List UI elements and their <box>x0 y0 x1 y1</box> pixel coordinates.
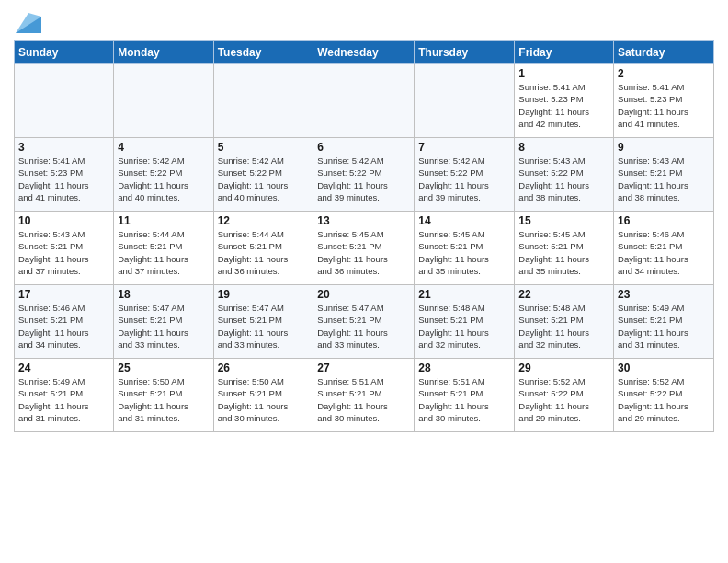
calendar-day-cell: 30Sunrise: 5:52 AM Sunset: 5:22 PM Dayli… <box>614 359 714 432</box>
day-number: 12 <box>218 214 310 227</box>
day-info: Sunrise: 5:47 AM Sunset: 5:21 PM Dayligh… <box>118 302 209 350</box>
day-info: Sunrise: 5:45 AM Sunset: 5:21 PM Dayligh… <box>418 228 510 277</box>
calendar-day-cell: 25Sunrise: 5:50 AM Sunset: 5:21 PM Dayli… <box>114 359 213 432</box>
day-number: 8 <box>518 141 609 154</box>
day-number: 16 <box>618 214 710 227</box>
calendar-day-cell: 5Sunrise: 5:42 AM Sunset: 5:22 PM Daylig… <box>213 138 313 212</box>
day-info: Sunrise: 5:42 AM Sunset: 5:22 PM Dayligh… <box>418 155 510 203</box>
day-number: 20 <box>317 288 410 301</box>
day-number: 24 <box>18 362 109 374</box>
day-of-week-header: Monday <box>114 41 213 64</box>
day-info: Sunrise: 5:47 AM Sunset: 5:21 PM Dayligh… <box>317 302 410 350</box>
day-info: Sunrise: 5:48 AM Sunset: 5:21 PM Dayligh… <box>518 302 609 350</box>
calendar-day-cell: 17Sunrise: 5:46 AM Sunset: 5:21 PM Dayli… <box>15 285 114 359</box>
day-info: Sunrise: 5:43 AM Sunset: 5:22 PM Dayligh… <box>518 155 609 203</box>
calendar-day-cell <box>15 64 114 138</box>
day-of-week-header: Thursday <box>415 41 515 64</box>
calendar-day-cell: 9Sunrise: 5:43 AM Sunset: 5:21 PM Daylig… <box>614 138 714 212</box>
calendar-day-cell: 29Sunrise: 5:52 AM Sunset: 5:22 PM Dayli… <box>515 359 614 432</box>
calendar-week-row: 3Sunrise: 5:41 AM Sunset: 5:23 PM Daylig… <box>15 138 714 212</box>
day-number: 6 <box>317 141 410 154</box>
day-number: 9 <box>618 141 710 154</box>
calendar-day-cell: 19Sunrise: 5:47 AM Sunset: 5:21 PM Dayli… <box>213 285 313 359</box>
day-number: 10 <box>18 214 109 227</box>
calendar-day-cell: 20Sunrise: 5:47 AM Sunset: 5:21 PM Dayli… <box>313 285 415 359</box>
day-number: 3 <box>18 141 109 154</box>
day-info: Sunrise: 5:43 AM Sunset: 5:21 PM Dayligh… <box>618 155 710 203</box>
day-info: Sunrise: 5:41 AM Sunset: 5:23 PM Dayligh… <box>618 81 710 130</box>
day-of-week-header: Friday <box>515 41 614 64</box>
day-number: 18 <box>118 288 209 301</box>
calendar-day-cell <box>313 64 415 138</box>
calendar-day-cell: 14Sunrise: 5:45 AM Sunset: 5:21 PM Dayli… <box>415 212 515 285</box>
day-info: Sunrise: 5:41 AM Sunset: 5:23 PM Dayligh… <box>518 81 609 130</box>
header <box>14 9 714 33</box>
day-number: 15 <box>518 214 609 227</box>
day-of-week-header: Sunday <box>15 41 114 64</box>
calendar-day-cell: 6Sunrise: 5:42 AM Sunset: 5:22 PM Daylig… <box>313 138 415 212</box>
day-number: 21 <box>418 288 510 301</box>
calendar-day-cell <box>415 64 515 138</box>
calendar-day-cell: 13Sunrise: 5:45 AM Sunset: 5:21 PM Dayli… <box>313 212 415 285</box>
calendar-day-cell: 4Sunrise: 5:42 AM Sunset: 5:22 PM Daylig… <box>114 138 213 212</box>
day-info: Sunrise: 5:49 AM Sunset: 5:21 PM Dayligh… <box>618 302 710 350</box>
day-info: Sunrise: 5:52 AM Sunset: 5:22 PM Dayligh… <box>518 375 609 424</box>
day-info: Sunrise: 5:44 AM Sunset: 5:21 PM Dayligh… <box>118 228 209 277</box>
day-number: 28 <box>418 362 510 374</box>
calendar-day-cell: 18Sunrise: 5:47 AM Sunset: 5:21 PM Dayli… <box>114 285 213 359</box>
day-number: 19 <box>218 288 310 301</box>
day-number: 29 <box>518 362 609 374</box>
calendar-day-cell: 21Sunrise: 5:48 AM Sunset: 5:21 PM Dayli… <box>415 285 515 359</box>
calendar-day-cell <box>213 64 313 138</box>
calendar-week-row: 10Sunrise: 5:43 AM Sunset: 5:21 PM Dayli… <box>15 212 714 285</box>
day-info: Sunrise: 5:45 AM Sunset: 5:21 PM Dayligh… <box>518 228 609 277</box>
day-info: Sunrise: 5:51 AM Sunset: 5:21 PM Dayligh… <box>418 375 510 424</box>
day-info: Sunrise: 5:44 AM Sunset: 5:21 PM Dayligh… <box>218 228 310 277</box>
day-info: Sunrise: 5:45 AM Sunset: 5:21 PM Dayligh… <box>317 228 410 277</box>
day-of-week-header: Tuesday <box>213 41 313 64</box>
calendar-day-cell: 15Sunrise: 5:45 AM Sunset: 5:21 PM Dayli… <box>515 212 614 285</box>
day-number: 11 <box>118 214 209 227</box>
calendar-day-cell: 22Sunrise: 5:48 AM Sunset: 5:21 PM Dayli… <box>515 285 614 359</box>
day-info: Sunrise: 5:49 AM Sunset: 5:21 PM Dayligh… <box>18 375 109 424</box>
calendar-day-cell: 27Sunrise: 5:51 AM Sunset: 5:21 PM Dayli… <box>313 359 415 432</box>
calendar-day-cell: 1Sunrise: 5:41 AM Sunset: 5:23 PM Daylig… <box>515 64 614 138</box>
day-of-week-header: Wednesday <box>313 41 415 64</box>
day-info: Sunrise: 5:46 AM Sunset: 5:21 PM Dayligh… <box>618 228 710 277</box>
day-info: Sunrise: 5:42 AM Sunset: 5:22 PM Dayligh… <box>218 155 310 203</box>
calendar-day-cell: 16Sunrise: 5:46 AM Sunset: 5:21 PM Dayli… <box>614 212 714 285</box>
day-number: 14 <box>418 214 510 227</box>
calendar-table: SundayMondayTuesdayWednesdayThursdayFrid… <box>14 40 714 432</box>
day-info: Sunrise: 5:42 AM Sunset: 5:22 PM Dayligh… <box>317 155 410 203</box>
calendar-day-cell: 23Sunrise: 5:49 AM Sunset: 5:21 PM Dayli… <box>614 285 714 359</box>
day-number: 22 <box>518 288 609 301</box>
day-number: 23 <box>618 288 710 301</box>
calendar-week-row: 24Sunrise: 5:49 AM Sunset: 5:21 PM Dayli… <box>15 359 714 432</box>
calendar-day-cell: 3Sunrise: 5:41 AM Sunset: 5:23 PM Daylig… <box>15 138 114 212</box>
day-number: 7 <box>418 141 510 154</box>
day-info: Sunrise: 5:41 AM Sunset: 5:23 PM Dayligh… <box>18 155 109 203</box>
calendar-week-row: 17Sunrise: 5:46 AM Sunset: 5:21 PM Dayli… <box>15 285 714 359</box>
day-number: 5 <box>218 141 310 154</box>
day-number: 25 <box>118 362 209 374</box>
calendar-day-cell: 7Sunrise: 5:42 AM Sunset: 5:22 PM Daylig… <box>415 138 515 212</box>
day-number: 1 <box>518 67 609 80</box>
calendar-day-cell <box>114 64 213 138</box>
calendar-day-cell: 26Sunrise: 5:50 AM Sunset: 5:21 PM Dayli… <box>213 359 313 432</box>
day-number: 4 <box>118 141 209 154</box>
calendar-day-cell: 24Sunrise: 5:49 AM Sunset: 5:21 PM Dayli… <box>15 359 114 432</box>
day-info: Sunrise: 5:51 AM Sunset: 5:21 PM Dayligh… <box>317 375 410 424</box>
day-number: 2 <box>618 67 710 80</box>
day-of-week-header: Saturday <box>614 41 714 64</box>
day-info: Sunrise: 5:50 AM Sunset: 5:21 PM Dayligh… <box>218 375 310 424</box>
logo-icon <box>16 13 41 33</box>
svg-marker-1 <box>16 13 41 33</box>
day-info: Sunrise: 5:50 AM Sunset: 5:21 PM Dayligh… <box>118 375 209 424</box>
calendar-day-cell: 28Sunrise: 5:51 AM Sunset: 5:21 PM Dayli… <box>415 359 515 432</box>
calendar-header-row: SundayMondayTuesdayWednesdayThursdayFrid… <box>15 41 714 64</box>
day-number: 13 <box>317 214 410 227</box>
calendar-day-cell: 2Sunrise: 5:41 AM Sunset: 5:23 PM Daylig… <box>614 64 714 138</box>
day-info: Sunrise: 5:48 AM Sunset: 5:21 PM Dayligh… <box>418 302 510 350</box>
calendar-day-cell: 12Sunrise: 5:44 AM Sunset: 5:21 PM Dayli… <box>213 212 313 285</box>
page: SundayMondayTuesdayWednesdayThursdayFrid… <box>0 0 728 446</box>
